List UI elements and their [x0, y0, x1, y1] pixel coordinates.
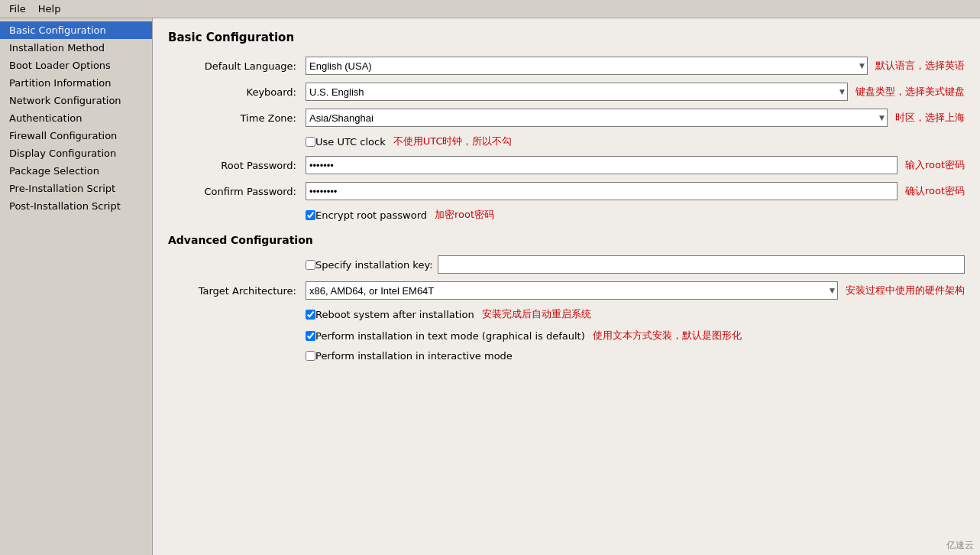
select-timezone[interactable]: Asia/Shanghai [306, 109, 888, 127]
annotation-encrypt: 加密root密码 [435, 208, 494, 222]
menu-file[interactable]: File [3, 2, 32, 16]
control-default-language: English (USA) 默认语言，选择英语 [306, 57, 965, 75]
sidebar: Basic Configuration Installation Method … [0, 18, 153, 555]
section-title-basic: Basic Configuration [168, 31, 965, 44]
input-specify-key[interactable] [438, 255, 965, 274]
annotation-root-password: 输入root密码 [905, 158, 965, 172]
row-specify-key: Specify installation key: [168, 255, 965, 274]
label-target-arch: Target Architecture: [168, 285, 306, 297]
row-root-password: Root Password: 输入root密码 [168, 156, 965, 174]
sidebar-item-authentication[interactable]: Authentication [0, 109, 152, 127]
annotation-target-arch: 安装过程中使用的硬件架构 [846, 284, 965, 297]
row-interactive: Perform installation in interactive mode [168, 350, 965, 362]
sidebar-item-pre-installation-script[interactable]: Pre-Installation Script [0, 180, 152, 197]
sidebar-item-package-selection[interactable]: Package Selection [0, 162, 152, 180]
row-default-language: Default Language: English (USA) 默认语言，选择英… [168, 57, 965, 75]
sidebar-item-basic-configuration[interactable]: Basic Configuration [0, 21, 152, 39]
checkbox-utc[interactable] [306, 137, 315, 147]
checkbox-specify-key[interactable] [306, 260, 315, 270]
sidebar-item-post-installation-script[interactable]: Post-Installation Script [0, 197, 152, 215]
label-timezone: Time Zone: [168, 112, 306, 124]
label-text-mode: Perform installation in text mode (graph… [315, 330, 585, 342]
sidebar-item-network-configuration[interactable]: Network Configuration [0, 92, 152, 109]
control-root-password: 输入root密码 [306, 156, 965, 174]
label-interactive: Perform installation in interactive mode [315, 350, 513, 362]
control-timezone: Asia/Shanghai 时区，选择上海 [306, 109, 965, 127]
checkbox-interactive[interactable] [306, 351, 315, 361]
section-title-advanced: Advanced Configuration [168, 234, 965, 246]
label-reboot: Reboot system after installation [315, 309, 474, 320]
control-keyboard: U.S. English 键盘类型，选择美式键盘 [306, 83, 965, 101]
select-target-arch[interactable]: x86, AMD64, or Intel EM64T [306, 281, 838, 300]
select-keyboard[interactable]: U.S. English [306, 83, 848, 101]
control-specify-key: Specify installation key: [306, 255, 965, 274]
select-wrapper-arch: x86, AMD64, or Intel EM64T [306, 281, 838, 300]
sidebar-item-boot-loader-options[interactable]: Boot Loader Options [0, 57, 152, 74]
annotation-timezone: 时区，选择上海 [895, 111, 965, 125]
label-specify-key: Specify installation key: [315, 259, 433, 271]
sidebar-item-display-configuration[interactable]: Display Configuration [0, 144, 152, 162]
control-text-mode: Perform installation in text mode (graph… [306, 329, 965, 342]
row-utc: Use UTC clock 不使用UTC时钟，所以不勾 [168, 135, 965, 148]
select-wrapper-timezone: Asia/Shanghai [306, 109, 888, 127]
checkbox-text-mode[interactable] [306, 331, 315, 341]
annotation-keyboard: 键盘类型，选择美式键盘 [855, 85, 965, 99]
select-wrapper-keyboard: U.S. English [306, 83, 848, 101]
control-interactive: Perform installation in interactive mode [306, 350, 965, 362]
label-confirm-password: Confirm Password: [168, 186, 306, 197]
row-keyboard: Keyboard: U.S. English 键盘类型，选择美式键盘 [168, 83, 965, 101]
control-reboot: Reboot system after installation 安装完成后自动… [306, 307, 965, 321]
row-encrypt: Encrypt root password 加密root密码 [168, 208, 965, 222]
row-target-arch: Target Architecture: x86, AMD64, or Inte… [168, 281, 965, 300]
menubar: File Help [0, 0, 980, 18]
annotation-language: 默认语言，选择英语 [875, 59, 965, 73]
input-confirm-password[interactable] [306, 182, 898, 200]
annotation-reboot: 安装完成后自动重启系统 [482, 307, 591, 321]
checkbox-encrypt[interactable] [306, 210, 315, 220]
label-utc: Use UTC clock [315, 136, 386, 148]
control-encrypt: Encrypt root password 加密root密码 [306, 208, 965, 222]
sidebar-item-partition-information[interactable]: Partition Information [0, 74, 152, 92]
checkbox-reboot[interactable] [306, 310, 315, 320]
content-area: Basic Configuration Default Language: En… [153, 18, 980, 555]
menu-help[interactable]: Help [32, 2, 67, 16]
label-keyboard: Keyboard: [168, 86, 306, 98]
row-confirm-password: Confirm Password: 确认root密码 [168, 182, 965, 200]
label-default-language: Default Language: [168, 60, 306, 72]
control-target-arch: x86, AMD64, or Intel EM64T 安装过程中使用的硬件架构 [306, 281, 965, 300]
input-root-password[interactable] [306, 156, 898, 174]
select-wrapper-language: English (USA) [306, 57, 868, 75]
row-timezone: Time Zone: Asia/Shanghai 时区，选择上海 [168, 109, 965, 127]
row-text-mode: Perform installation in text mode (graph… [168, 329, 965, 342]
label-encrypt: Encrypt root password [315, 209, 427, 221]
control-confirm-password: 确认root密码 [306, 182, 965, 200]
control-utc: Use UTC clock 不使用UTC时钟，所以不勾 [306, 135, 965, 148]
annotation-utc: 不使用UTC时钟，所以不勾 [393, 135, 513, 148]
watermark: 亿速云 [946, 539, 974, 552]
select-default-language[interactable]: English (USA) [306, 57, 868, 75]
sidebar-item-firewall-configuration[interactable]: Firewall Configuration [0, 127, 152, 144]
main-layout: Basic Configuration Installation Method … [0, 18, 980, 555]
label-root-password: Root Password: [168, 160, 306, 171]
annotation-confirm-password: 确认root密码 [905, 184, 965, 198]
annotation-text-mode: 使用文本方式安装，默认是图形化 [593, 329, 742, 342]
row-reboot: Reboot system after installation 安装完成后自动… [168, 307, 965, 321]
sidebar-item-installation-method[interactable]: Installation Method [0, 39, 152, 57]
